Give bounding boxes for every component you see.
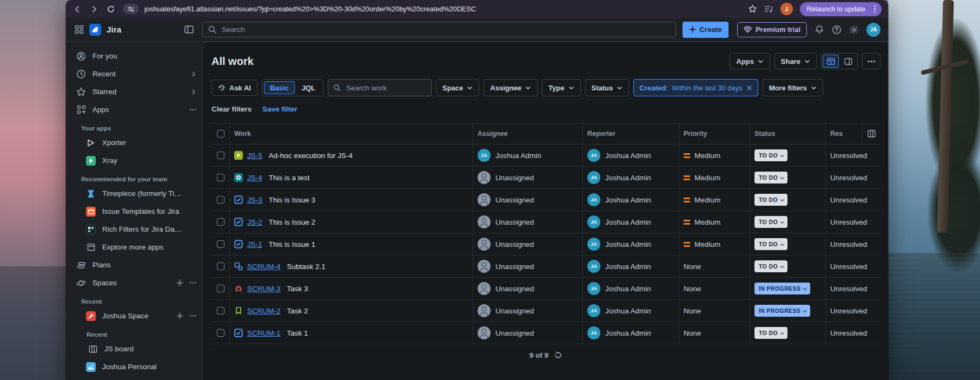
sidebar-item-recent[interactable]: Recent (66, 65, 202, 83)
reporter-cell[interactable]: JA Joshua Admin (583, 167, 679, 188)
priority-cell[interactable]: Medium (679, 233, 750, 255)
sidebar-item-rich-filters[interactable]: Rich Filters for Jira Da… (66, 220, 202, 238)
priority-cell[interactable]: Medium (679, 145, 750, 166)
collapse-sidebar-icon[interactable] (184, 25, 194, 34)
status-select[interactable]: TO DO (754, 216, 787, 228)
status-select[interactable]: TO DO (754, 194, 787, 206)
header-work[interactable]: Work (230, 123, 473, 144)
assignee-cell[interactable]: Unassigned (473, 211, 583, 233)
close-icon[interactable] (746, 85, 752, 91)
chevron-right-icon[interactable] (190, 89, 197, 95)
priority-cell[interactable]: Medium (679, 189, 750, 211)
assignee-cell[interactable]: Unassigned (473, 167, 583, 188)
apps-dropdown-button[interactable]: Apps (730, 53, 770, 69)
row-checkbox[interactable] (217, 240, 224, 248)
table-row[interactable]: JS-3 This is Issue 3 Unassigned JA Joshu… (211, 189, 880, 211)
status-select[interactable]: TO DO (754, 327, 787, 339)
help-icon[interactable] (832, 25, 842, 35)
status-select[interactable]: IN PROGRESS (754, 283, 810, 294)
assignee-cell[interactable]: Unassigned (473, 300, 583, 322)
table-row[interactable]: JS-5 Ad-hoc execution for JS-4 JA Joshua… (211, 145, 880, 167)
row-checkbox[interactable] (217, 307, 224, 315)
filter-type-dropdown[interactable]: Type (542, 79, 580, 96)
issue-key-link[interactable]: SCRUM-2 (247, 307, 281, 315)
more-icon[interactable] (189, 312, 197, 320)
reporter-cell[interactable]: JA Joshua Admin (583, 233, 679, 255)
sidebar-item-joshua-space[interactable]: Joshua Space (66, 307, 202, 325)
priority-cell[interactable]: Medium (679, 211, 750, 233)
header-priority[interactable]: Priority (679, 123, 750, 144)
priority-cell[interactable]: None (679, 255, 750, 277)
address-bar[interactable]: joshuatesfaye91.atlassian.net/issues/?jq… (123, 4, 740, 14)
table-row[interactable]: JS-1 This is Issue 1 Unassigned JA Joshu… (211, 233, 880, 255)
sidebar-item-starred[interactable]: Starred (66, 83, 202, 101)
sidebar-item-spaces[interactable]: Spaces (66, 274, 202, 292)
row-checkbox[interactable] (217, 152, 224, 159)
filter-status-dropdown[interactable]: Status (585, 79, 630, 96)
status-select[interactable]: TO DO (754, 149, 787, 161)
issue-key-link[interactable]: SCRUM-3 (247, 285, 281, 293)
sidebar-item-timepiece[interactable]: Timepiece (formerly Ti… (66, 185, 202, 202)
priority-cell[interactable]: None (679, 322, 750, 344)
add-icon[interactable] (176, 312, 183, 319)
settings-gear-icon[interactable] (849, 25, 859, 35)
status-select[interactable]: TO DO (754, 238, 787, 250)
row-checkbox[interactable] (217, 263, 224, 270)
global-search-input[interactable] (221, 25, 670, 34)
more-filters-dropdown[interactable]: More filters (763, 79, 823, 96)
sidebar-item-apps[interactable]: Apps (66, 101, 202, 119)
table-row[interactable]: JS-2 This is Issue 2 Unassigned JA Joshu… (211, 211, 880, 233)
status-select[interactable]: TO DO (754, 172, 787, 184)
priority-cell[interactable]: Medium (679, 167, 750, 188)
assignee-cell[interactable]: JA Joshua Admin (473, 145, 583, 166)
table-view-button[interactable] (823, 55, 839, 68)
header-status[interactable]: Status (750, 123, 826, 144)
reporter-cell[interactable]: JA Joshua Admin (583, 300, 679, 322)
table-row[interactable]: JS-4 This is a test Unassigned JA Joshua… (211, 167, 880, 189)
table-row[interactable]: SCRUM-1 Task 1 Unassigned JA Joshua Admi… (211, 322, 880, 344)
assignee-cell[interactable]: Unassigned (473, 233, 583, 255)
issue-key-link[interactable]: JS-5 (247, 152, 262, 160)
table-row[interactable]: SCRUM-3 Task 3 Unassigned JA Joshua Admi… (211, 278, 880, 300)
filter-assignee-dropdown[interactable]: Assignee (484, 79, 538, 96)
save-filter-link[interactable]: Save filter (262, 105, 297, 113)
issue-key-link[interactable]: JS-3 (247, 196, 262, 204)
more-icon[interactable] (189, 279, 197, 287)
clear-filters-link[interactable]: Clear filters (211, 105, 251, 113)
reporter-cell[interactable]: JA Joshua Admin (583, 145, 679, 166)
status-select[interactable]: TO DO (754, 260, 787, 272)
more-actions-button[interactable] (862, 53, 880, 69)
sidebar-item-js-board[interactable]: JS board (66, 340, 202, 358)
row-checkbox[interactable] (217, 329, 224, 337)
bookmark-star-icon[interactable] (748, 4, 757, 14)
reporter-cell[interactable]: JA Joshua Admin (583, 322, 679, 344)
site-info-icon[interactable] (123, 4, 139, 14)
issue-key-link[interactable]: JS-2 (247, 218, 262, 226)
assignee-cell[interactable]: Unassigned (473, 255, 583, 277)
premium-trial-button[interactable]: Premium trial (737, 22, 807, 37)
sidebar-item-for-you[interactable]: For you (66, 47, 202, 65)
priority-cell[interactable]: None (679, 300, 750, 322)
sidebar-item-xray[interactable]: Xray (66, 152, 202, 169)
reporter-cell[interactable]: JA Joshua Admin (583, 278, 679, 299)
priority-cell[interactable]: None (679, 278, 750, 299)
relaunch-button[interactable]: Relaunch to update (800, 2, 882, 16)
table-row[interactable]: SCRUM-4 Subtask 2.1 Unassigned JA Joshua… (211, 255, 880, 278)
search-work-input[interactable] (345, 83, 426, 93)
search-work[interactable] (328, 79, 432, 96)
sidebar-item-plans[interactable]: Plans (66, 256, 202, 274)
table-row[interactable]: SCRUM-2 Task 2 Unassigned JA Joshua Admi… (211, 300, 880, 322)
sidebar-item-explore-apps[interactable]: Explore more apps (66, 238, 202, 256)
kebab-menu-icon[interactable] (870, 4, 879, 14)
issue-key-link[interactable]: JS-4 (247, 174, 262, 182)
add-icon[interactable] (176, 279, 183, 286)
app-switcher-icon[interactable] (75, 25, 84, 34)
filter-space-dropdown[interactable]: Space (436, 79, 479, 96)
share-button[interactable]: Share (774, 53, 817, 69)
row-checkbox[interactable] (217, 285, 224, 292)
tab-basic[interactable]: Basic (264, 81, 295, 94)
header-reporter[interactable]: Reporter (583, 123, 679, 144)
forward-icon[interactable] (89, 4, 98, 14)
issue-key-link[interactable]: SCRUM-4 (247, 263, 281, 271)
reporter-cell[interactable]: JA Joshua Admin (583, 189, 679, 211)
